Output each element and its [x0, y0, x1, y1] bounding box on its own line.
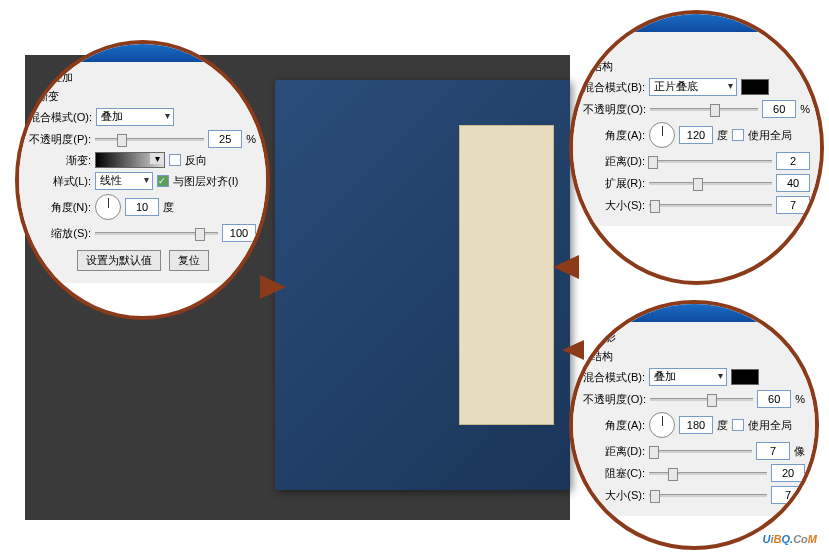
section-title: 内阴影 — [583, 330, 805, 345]
scale-input[interactable] — [222, 224, 256, 242]
global-light-label: 使用全局 — [748, 418, 792, 433]
percent-label: % — [246, 133, 256, 145]
angle-input[interactable] — [125, 198, 159, 216]
bubble-pointer — [260, 275, 286, 299]
bubble-pointer — [553, 255, 579, 279]
angle-dial[interactable] — [649, 122, 675, 148]
global-light-label: 使用全局 — [748, 128, 792, 143]
reverse-label: 反向 — [185, 153, 207, 168]
opacity-slider[interactable] — [650, 108, 758, 111]
fieldset-label: 结构 — [591, 59, 810, 74]
opacity-label: 不透明度(O): — [583, 392, 646, 407]
degree-label: 度 — [717, 128, 728, 143]
reverse-checkbox[interactable] — [169, 154, 181, 166]
angle-input[interactable] — [679, 416, 713, 434]
style-label: 样式(L): — [29, 174, 91, 189]
angle-label: 角度(A): — [583, 418, 645, 433]
degree-label: 度 — [717, 418, 728, 433]
size-input[interactable] — [776, 196, 810, 214]
blend-mode-select[interactable]: 正片叠底 — [649, 78, 737, 96]
gradient-label: 渐变: — [29, 153, 91, 168]
percent-label: % — [795, 393, 805, 405]
blend-mode-label: 混合模式(O): — [29, 110, 92, 125]
dialog-titlebar — [573, 14, 820, 32]
color-swatch[interactable] — [741, 79, 769, 95]
scale-label: 缩放(S): — [29, 226, 91, 241]
gradient-picker[interactable] — [95, 152, 165, 168]
choke-label: 阻塞(C): — [583, 466, 645, 481]
opacity-slider[interactable] — [650, 398, 753, 401]
color-swatch[interactable] — [731, 369, 759, 385]
degree-label: 度 — [163, 200, 174, 215]
angle-label: 角度(A): — [583, 128, 645, 143]
angle-dial[interactable] — [649, 412, 675, 438]
fieldset-label: 结构 — [591, 349, 805, 364]
reset-button[interactable]: 复位 — [169, 250, 209, 271]
opacity-label: 不透明度(O): — [583, 102, 646, 117]
dialog-titlebar — [573, 304, 815, 322]
scale-slider[interactable] — [95, 232, 218, 235]
style-select[interactable]: 线性 — [95, 172, 153, 190]
blend-mode-select[interactable]: 叠加 — [649, 368, 727, 386]
blend-mode-label: 混合模式(B): — [583, 370, 645, 385]
fieldset-label: 渐变 — [37, 89, 256, 104]
px-label: 像 — [794, 444, 805, 459]
spread-slider[interactable] — [649, 182, 772, 185]
blend-mode-select[interactable]: 叠加 — [96, 108, 174, 126]
angle-input[interactable] — [679, 126, 713, 144]
distance-label: 距离(D): — [583, 444, 645, 459]
bubble-inner-shadow: 内阴影 结构 混合模式(B): 叠加 不透明度(O): % 角度(A): 度 使… — [569, 300, 819, 550]
distance-input[interactable] — [756, 442, 790, 460]
percent-label: % — [800, 103, 810, 115]
size-label: 大小(S): — [583, 488, 645, 503]
global-light-checkbox[interactable] — [732, 419, 744, 431]
size-slider[interactable] — [649, 494, 767, 497]
book-paper — [459, 125, 554, 425]
angle-label: 角度(N): — [29, 200, 91, 215]
bubble-pointer — [562, 340, 584, 360]
opacity-input[interactable] — [757, 390, 791, 408]
set-default-button[interactable]: 设置为默认值 — [77, 250, 161, 271]
blend-mode-label: 混合模式(B): — [583, 80, 645, 95]
distance-label: 距离(D): — [583, 154, 645, 169]
distance-slider[interactable] — [649, 160, 772, 163]
opacity-input[interactable] — [208, 130, 242, 148]
section-title: 渐变叠加 — [29, 70, 256, 85]
size-label: 大小(S): — [583, 198, 645, 213]
choke-slider[interactable] — [649, 472, 767, 475]
watermark: UiBQ.CoM — [763, 527, 817, 548]
align-checkbox[interactable] — [157, 175, 169, 187]
book-cover — [275, 80, 570, 490]
opacity-input[interactable] — [762, 100, 796, 118]
bubble-drop-shadow: 投影 结构 混合模式(B): 正片叠底 不透明度(O): % 角度(A): 度 … — [569, 10, 824, 285]
opacity-label: 不透明度(P): — [29, 132, 91, 147]
spread-input[interactable] — [776, 174, 810, 192]
choke-input[interactable] — [771, 464, 805, 482]
angle-dial[interactable] — [95, 194, 121, 220]
size-input[interactable] — [771, 486, 805, 504]
align-label: 与图层对齐(I) — [173, 174, 238, 189]
size-slider[interactable] — [649, 204, 772, 207]
opacity-slider[interactable] — [95, 138, 204, 141]
section-title: 投影 — [583, 40, 810, 55]
spread-label: 扩展(R): — [583, 176, 645, 191]
global-light-checkbox[interactable] — [732, 129, 744, 141]
bubble-gradient-overlay: 渐变叠加 渐变 混合模式(O): 叠加 不透明度(P): % 渐变: 反向 样式… — [15, 40, 270, 320]
distance-input[interactable] — [776, 152, 810, 170]
distance-slider[interactable] — [649, 450, 752, 453]
